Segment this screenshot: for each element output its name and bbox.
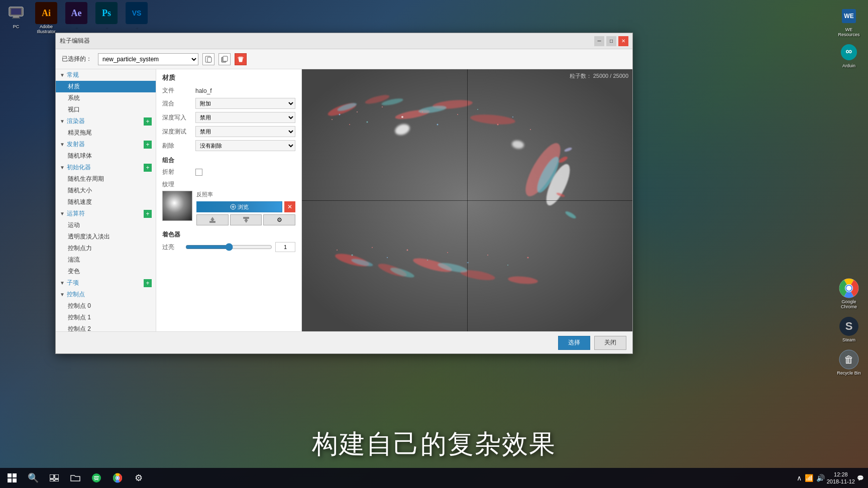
window-footer: 选择 关闭: [56, 331, 632, 353]
section-operator-header[interactable]: ▼ 运算符 +: [56, 208, 156, 219]
item-viewport[interactable]: 视口: [56, 104, 156, 115]
ae-icon: Ae: [65, 2, 87, 24]
svg-point-77: [487, 255, 488, 256]
copy-btn[interactable]: [219, 53, 231, 65]
desktop-icon-ae[interactable]: Ae .: [62, 2, 90, 34]
close-button[interactable]: ✕: [618, 36, 628, 46]
reflectance-remove-button[interactable]: ✕: [284, 201, 295, 212]
blend-select[interactable]: 附加 普通 透明: [195, 98, 295, 109]
item-fade[interactable]: 透明度淡入淡出: [56, 231, 156, 242]
select-button[interactable]: 选择: [558, 336, 590, 350]
close-window-button[interactable]: 关闭: [594, 336, 626, 350]
section-cp-header[interactable]: ▼ 控制点: [56, 289, 156, 300]
desktop-icons-row: PC Ai AdobeIllustrator Ae . Ps . VS .: [0, 0, 153, 36]
start-button[interactable]: [2, 468, 22, 488]
new-btn[interactable]: [202, 53, 214, 65]
recycle-bin-icon[interactable]: 🗑 Recycle Bin: [835, 348, 863, 376]
we-label: WEResources: [838, 27, 859, 37]
depth-test-select[interactable]: 禁用 启用: [195, 126, 295, 137]
file-label: 文件: [162, 86, 192, 95]
item-color-change[interactable]: 变色: [56, 266, 156, 277]
we-resources-icon[interactable]: WE WEResources: [835, 5, 863, 37]
initializer-add-button[interactable]: +: [144, 164, 152, 172]
child-add-button[interactable]: +: [144, 279, 152, 287]
reflectance-track[interactable]: 浏览: [196, 201, 282, 212]
svg-point-72: [387, 257, 388, 258]
depth-write-select[interactable]: 禁用 启用: [195, 112, 295, 123]
item-velocity[interactable]: 随机速度: [56, 196, 156, 208]
item-turbulence[interactable]: 湍流: [56, 254, 156, 266]
refraction-label: 折射: [162, 168, 192, 176]
up-arrow-icon[interactable]: ∧: [797, 474, 802, 482]
renderer-add-button[interactable]: +: [144, 117, 152, 126]
desktop-icon-pc[interactable]: PC: [2, 2, 30, 34]
steam-icon[interactable]: S Steam: [835, 315, 863, 342]
section-initializer-header[interactable]: ▼ 初始化器 +: [56, 162, 156, 173]
texture-controls: 反照率 浏览 ✕: [196, 191, 295, 225]
item-sphere-emitter[interactable]: 随机球体: [56, 150, 156, 162]
desktop-icon-ps[interactable]: Ps .: [92, 2, 121, 34]
task-view-button[interactable]: [44, 468, 64, 488]
chrome-taskbar-button[interactable]: [107, 468, 128, 488]
texture-save-button[interactable]: [230, 214, 262, 225]
colorizer-title: 着色器: [162, 230, 295, 239]
network-icon[interactable]: 📶: [805, 474, 813, 482]
reflectance-label: 反照率: [196, 191, 295, 198]
exposure-value-input[interactable]: 1: [275, 242, 295, 252]
item-cp1[interactable]: 控制点 1: [56, 312, 156, 323]
svg-point-68: [530, 129, 531, 130]
arduino-label: Arduin: [842, 63, 855, 68]
operator-add-button[interactable]: +: [144, 210, 152, 218]
preview-area[interactable]: 粒子数： 25000 / 25000: [302, 69, 632, 331]
emitter-arrow: ▼: [60, 142, 65, 147]
depth-write-row: 深度写入 禁用 启用: [162, 112, 295, 123]
arduino-box-icon: ∞: [838, 41, 860, 63]
item-material[interactable]: 材质: [56, 81, 156, 92]
section-emitter-header[interactable]: ▼ 发射器 +: [56, 139, 156, 150]
cull-select[interactable]: 没有剔除 背面剔除 正面剔除: [195, 140, 295, 151]
item-cp-force[interactable]: 控制点力: [56, 242, 156, 254]
svg-point-92: [117, 477, 119, 479]
taskbar-clock[interactable]: 12:28 2018-11-12: [827, 471, 855, 485]
particle-system-select[interactable]: new_particle_system: [98, 53, 198, 65]
minimize-button[interactable]: ─: [594, 36, 604, 46]
svg-point-71: [372, 247, 373, 248]
desktop-icon-ai[interactable]: Ai AdobeIllustrator: [32, 2, 60, 34]
exposure-slider[interactable]: [185, 243, 272, 251]
texture-settings-button[interactable]: ⚙: [263, 214, 295, 225]
section-renderer-header[interactable]: ▼ 渲染器 +: [56, 115, 156, 127]
section-child-header[interactable]: ▼ 子项 +: [56, 277, 156, 289]
item-cp0[interactable]: 控制点 0: [56, 300, 156, 312]
texture-thumbnail[interactable]: [162, 191, 192, 221]
section-normal-header[interactable]: ▼ 常规: [56, 69, 156, 81]
item-system[interactable]: 系统: [56, 92, 156, 104]
arduino-icon[interactable]: ∞ Arduin: [835, 41, 863, 68]
notification-icon[interactable]: 💬: [857, 475, 864, 481]
search-taskbar-button[interactable]: 🔍: [23, 468, 43, 488]
maximize-button[interactable]: □: [606, 36, 616, 46]
svg-rect-85: [55, 474, 59, 478]
item-motion[interactable]: 运动: [56, 219, 156, 231]
texture-load-button[interactable]: [196, 214, 229, 225]
item-lifetime[interactable]: 随机生存周期: [56, 173, 156, 185]
refraction-checkbox[interactable]: [195, 169, 202, 176]
pc-label: PC: [13, 24, 20, 29]
desktop-icon-vscode[interactable]: VS .: [123, 2, 151, 34]
item-cp2[interactable]: 控制点 2: [56, 323, 156, 331]
item-sprite-renderer[interactable]: 精灵拖尾: [56, 127, 156, 139]
emitter-add-button[interactable]: +: [144, 141, 152, 149]
svg-text:WE: WE: [844, 13, 853, 20]
file-explorer-taskbar-button[interactable]: [65, 468, 85, 488]
settings-taskbar-button[interactable]: ⚙: [129, 468, 149, 488]
item-size[interactable]: 随机大小: [56, 185, 156, 196]
spotify-button[interactable]: [86, 468, 106, 488]
svg-point-57: [349, 124, 350, 125]
delete-btn[interactable]: [235, 53, 247, 65]
cp-arrow: ▼: [60, 292, 65, 297]
svg-point-63: [437, 124, 439, 126]
vscode-label: .: [136, 24, 138, 29]
volume-icon[interactable]: 🔊: [816, 474, 825, 482]
google-chrome-icon[interactable]: Google Chrome: [835, 277, 863, 309]
svg-point-58: [357, 111, 358, 112]
svg-point-64: [457, 114, 458, 115]
